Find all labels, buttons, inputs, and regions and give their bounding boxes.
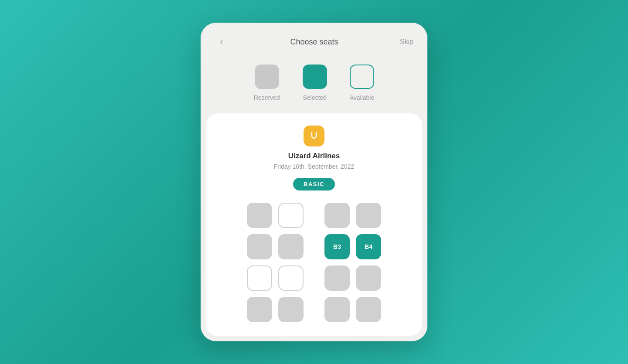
- seat-C3[interactable]: [324, 265, 350, 291]
- svg-point-1: [314, 138, 315, 139]
- available-icon: [350, 65, 374, 89]
- seat-C4[interactable]: [356, 265, 381, 291]
- seat-D1[interactable]: [247, 297, 272, 322]
- seat-group-right-1: [324, 203, 381, 228]
- header: ‹ Choose seats Skip: [201, 23, 427, 58]
- seat-B1[interactable]: [247, 234, 272, 259]
- reserved-label: Reserved: [254, 94, 280, 101]
- airline-logo-icon: [308, 129, 320, 143]
- back-button[interactable]: ‹: [215, 35, 229, 49]
- seat-legend: Reserved Selected Available: [201, 58, 427, 113]
- seat-D3[interactable]: [324, 297, 350, 322]
- seat-C1[interactable]: [247, 265, 272, 291]
- seat-A3[interactable]: [324, 203, 350, 228]
- seat-A2[interactable]: [278, 203, 304, 228]
- seat-group-left-3: [247, 265, 304, 291]
- reserved-icon: [255, 65, 279, 89]
- seat-group-left-2: [247, 234, 304, 259]
- legend-item-reserved: Reserved: [254, 65, 280, 101]
- seat-row-3: [216, 265, 412, 291]
- seat-D2[interactable]: [278, 297, 304, 322]
- seat-row-2: B3 B4: [216, 234, 412, 259]
- page-title: Choose seats: [290, 37, 338, 47]
- seat-selection-card: Uizard Airlines Friday 16th, September, …: [206, 113, 422, 336]
- seat-B3[interactable]: B3: [324, 234, 350, 259]
- selected-label: Selected: [303, 94, 326, 101]
- seat-group-right-3: [324, 265, 381, 291]
- flight-date: Friday 16th, September, 2022: [274, 163, 354, 170]
- seat-A1[interactable]: [247, 203, 272, 228]
- seat-group-left-1: [247, 203, 304, 228]
- seat-B2[interactable]: [278, 234, 304, 259]
- seat-C2[interactable]: [278, 265, 304, 291]
- seat-group-right-2: B3 B4: [324, 234, 381, 259]
- seat-B4[interactable]: B4: [356, 234, 381, 259]
- seat-grid: B3 B4: [216, 203, 412, 322]
- seat-group-left-4: [247, 297, 304, 322]
- legend-item-available: Available: [350, 65, 375, 101]
- seat-D4[interactable]: [356, 297, 381, 322]
- class-badge: BASIC: [293, 178, 335, 191]
- seat-row-1: [216, 203, 412, 228]
- airline-logo: [304, 126, 324, 146]
- airline-name: Uizard Airlines: [288, 152, 340, 160]
- available-label: Available: [350, 94, 375, 101]
- selected-icon: [303, 65, 327, 89]
- phone-card: ‹ Choose seats Skip Reserved Selected Av…: [201, 23, 427, 341]
- skip-button[interactable]: Skip: [400, 38, 413, 46]
- seat-A4[interactable]: [356, 203, 381, 228]
- seat-row-4: [216, 297, 412, 322]
- legend-item-selected: Selected: [303, 65, 327, 101]
- seat-group-right-4: [324, 297, 381, 322]
